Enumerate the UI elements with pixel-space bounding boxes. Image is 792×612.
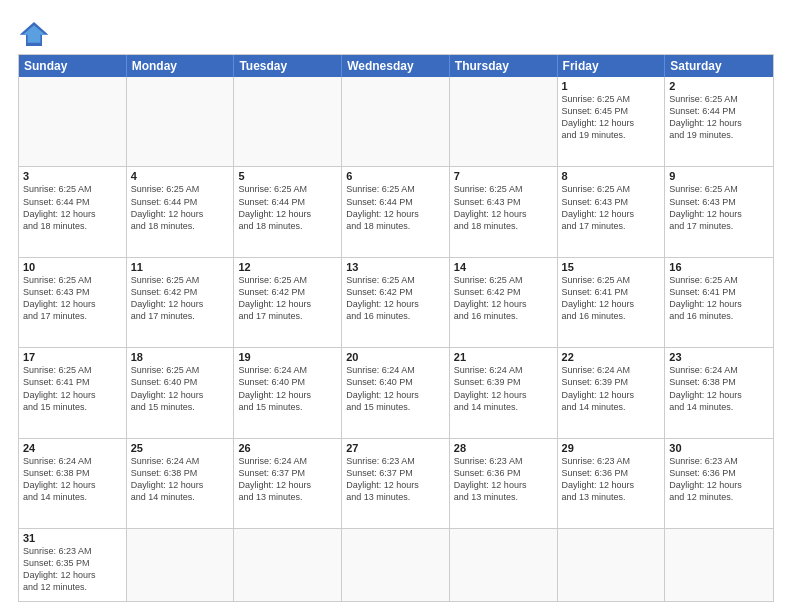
day-cell-20: 20Sunrise: 6:24 AM Sunset: 6:40 PM Dayli… — [342, 348, 450, 437]
day-info: Sunrise: 6:25 AM Sunset: 6:43 PM Dayligh… — [669, 183, 769, 232]
header-cell-saturday: Saturday — [665, 55, 773, 77]
day-cell-7: 7Sunrise: 6:25 AM Sunset: 6:43 PM Daylig… — [450, 167, 558, 256]
day-cell-11: 11Sunrise: 6:25 AM Sunset: 6:42 PM Dayli… — [127, 258, 235, 347]
day-number: 4 — [131, 170, 230, 182]
day-number: 26 — [238, 442, 337, 454]
logo-icon — [18, 20, 50, 48]
day-info: Sunrise: 6:23 AM Sunset: 6:36 PM Dayligh… — [669, 455, 769, 504]
day-cell-21: 21Sunrise: 6:24 AM Sunset: 6:39 PM Dayli… — [450, 348, 558, 437]
day-cell-12: 12Sunrise: 6:25 AM Sunset: 6:42 PM Dayli… — [234, 258, 342, 347]
day-cell-9: 9Sunrise: 6:25 AM Sunset: 6:43 PM Daylig… — [665, 167, 773, 256]
empty-cell-0-3 — [342, 77, 450, 166]
calendar: SundayMondayTuesdayWednesdayThursdayFrid… — [18, 54, 774, 602]
calendar-row-2: 10Sunrise: 6:25 AM Sunset: 6:43 PM Dayli… — [19, 257, 773, 347]
day-info: Sunrise: 6:25 AM Sunset: 6:42 PM Dayligh… — [131, 274, 230, 323]
day-cell-8: 8Sunrise: 6:25 AM Sunset: 6:43 PM Daylig… — [558, 167, 666, 256]
empty-cell-5-1 — [127, 529, 235, 601]
day-number: 6 — [346, 170, 445, 182]
day-number: 15 — [562, 261, 661, 273]
day-number: 11 — [131, 261, 230, 273]
day-number: 17 — [23, 351, 122, 363]
day-info: Sunrise: 6:24 AM Sunset: 6:39 PM Dayligh… — [562, 364, 661, 413]
header-cell-sunday: Sunday — [19, 55, 127, 77]
day-info: Sunrise: 6:25 AM Sunset: 6:44 PM Dayligh… — [131, 183, 230, 232]
day-info: Sunrise: 6:24 AM Sunset: 6:38 PM Dayligh… — [669, 364, 769, 413]
day-cell-27: 27Sunrise: 6:23 AM Sunset: 6:37 PM Dayli… — [342, 439, 450, 528]
day-number: 24 — [23, 442, 122, 454]
day-number: 7 — [454, 170, 553, 182]
day-info: Sunrise: 6:24 AM Sunset: 6:37 PM Dayligh… — [238, 455, 337, 504]
day-info: Sunrise: 6:23 AM Sunset: 6:35 PM Dayligh… — [23, 545, 122, 594]
empty-cell-5-2 — [234, 529, 342, 601]
day-number: 2 — [669, 80, 769, 92]
day-number: 8 — [562, 170, 661, 182]
empty-cell-5-5 — [558, 529, 666, 601]
day-number: 29 — [562, 442, 661, 454]
day-cell-1: 1Sunrise: 6:25 AM Sunset: 6:45 PM Daylig… — [558, 77, 666, 166]
calendar-body: 1Sunrise: 6:25 AM Sunset: 6:45 PM Daylig… — [19, 77, 773, 601]
empty-cell-0-4 — [450, 77, 558, 166]
day-info: Sunrise: 6:25 AM Sunset: 6:42 PM Dayligh… — [238, 274, 337, 323]
day-cell-6: 6Sunrise: 6:25 AM Sunset: 6:44 PM Daylig… — [342, 167, 450, 256]
day-cell-30: 30Sunrise: 6:23 AM Sunset: 6:36 PM Dayli… — [665, 439, 773, 528]
empty-cell-5-6 — [665, 529, 773, 601]
day-info: Sunrise: 6:25 AM Sunset: 6:42 PM Dayligh… — [454, 274, 553, 323]
day-info: Sunrise: 6:25 AM Sunset: 6:44 PM Dayligh… — [23, 183, 122, 232]
day-info: Sunrise: 6:25 AM Sunset: 6:41 PM Dayligh… — [669, 274, 769, 323]
day-number: 23 — [669, 351, 769, 363]
day-info: Sunrise: 6:23 AM Sunset: 6:36 PM Dayligh… — [562, 455, 661, 504]
day-info: Sunrise: 6:25 AM Sunset: 6:44 PM Dayligh… — [238, 183, 337, 232]
day-cell-19: 19Sunrise: 6:24 AM Sunset: 6:40 PM Dayli… — [234, 348, 342, 437]
day-number: 3 — [23, 170, 122, 182]
day-cell-3: 3Sunrise: 6:25 AM Sunset: 6:44 PM Daylig… — [19, 167, 127, 256]
day-info: Sunrise: 6:24 AM Sunset: 6:38 PM Dayligh… — [131, 455, 230, 504]
empty-cell-5-3 — [342, 529, 450, 601]
calendar-row-5: 31Sunrise: 6:23 AM Sunset: 6:35 PM Dayli… — [19, 528, 773, 601]
day-number: 9 — [669, 170, 769, 182]
day-info: Sunrise: 6:25 AM Sunset: 6:41 PM Dayligh… — [23, 364, 122, 413]
day-info: Sunrise: 6:23 AM Sunset: 6:36 PM Dayligh… — [454, 455, 553, 504]
day-number: 5 — [238, 170, 337, 182]
day-number: 18 — [131, 351, 230, 363]
day-cell-28: 28Sunrise: 6:23 AM Sunset: 6:36 PM Dayli… — [450, 439, 558, 528]
day-info: Sunrise: 6:24 AM Sunset: 6:39 PM Dayligh… — [454, 364, 553, 413]
day-number: 28 — [454, 442, 553, 454]
calendar-header: SundayMondayTuesdayWednesdayThursdayFrid… — [19, 55, 773, 77]
day-cell-17: 17Sunrise: 6:25 AM Sunset: 6:41 PM Dayli… — [19, 348, 127, 437]
day-info: Sunrise: 6:25 AM Sunset: 6:41 PM Dayligh… — [562, 274, 661, 323]
day-cell-16: 16Sunrise: 6:25 AM Sunset: 6:41 PM Dayli… — [665, 258, 773, 347]
day-number: 19 — [238, 351, 337, 363]
day-cell-31: 31Sunrise: 6:23 AM Sunset: 6:35 PM Dayli… — [19, 529, 127, 601]
day-cell-2: 2Sunrise: 6:25 AM Sunset: 6:44 PM Daylig… — [665, 77, 773, 166]
day-info: Sunrise: 6:24 AM Sunset: 6:38 PM Dayligh… — [23, 455, 122, 504]
day-number: 25 — [131, 442, 230, 454]
calendar-row-3: 17Sunrise: 6:25 AM Sunset: 6:41 PM Dayli… — [19, 347, 773, 437]
header-cell-thursday: Thursday — [450, 55, 558, 77]
day-info: Sunrise: 6:25 AM Sunset: 6:42 PM Dayligh… — [346, 274, 445, 323]
day-number: 16 — [669, 261, 769, 273]
empty-cell-0-0 — [19, 77, 127, 166]
day-cell-5: 5Sunrise: 6:25 AM Sunset: 6:44 PM Daylig… — [234, 167, 342, 256]
logo — [18, 20, 54, 48]
day-cell-26: 26Sunrise: 6:24 AM Sunset: 6:37 PM Dayli… — [234, 439, 342, 528]
header-cell-tuesday: Tuesday — [234, 55, 342, 77]
day-cell-4: 4Sunrise: 6:25 AM Sunset: 6:44 PM Daylig… — [127, 167, 235, 256]
day-number: 22 — [562, 351, 661, 363]
empty-cell-0-2 — [234, 77, 342, 166]
calendar-row-1: 3Sunrise: 6:25 AM Sunset: 6:44 PM Daylig… — [19, 166, 773, 256]
day-cell-18: 18Sunrise: 6:25 AM Sunset: 6:40 PM Dayli… — [127, 348, 235, 437]
empty-cell-5-4 — [450, 529, 558, 601]
day-number: 13 — [346, 261, 445, 273]
day-cell-15: 15Sunrise: 6:25 AM Sunset: 6:41 PM Dayli… — [558, 258, 666, 347]
empty-cell-0-1 — [127, 77, 235, 166]
day-info: Sunrise: 6:24 AM Sunset: 6:40 PM Dayligh… — [346, 364, 445, 413]
day-info: Sunrise: 6:25 AM Sunset: 6:43 PM Dayligh… — [23, 274, 122, 323]
day-number: 20 — [346, 351, 445, 363]
calendar-row-0: 1Sunrise: 6:25 AM Sunset: 6:45 PM Daylig… — [19, 77, 773, 166]
day-info: Sunrise: 6:25 AM Sunset: 6:43 PM Dayligh… — [454, 183, 553, 232]
day-number: 30 — [669, 442, 769, 454]
day-cell-14: 14Sunrise: 6:25 AM Sunset: 6:42 PM Dayli… — [450, 258, 558, 347]
header-cell-wednesday: Wednesday — [342, 55, 450, 77]
day-number: 14 — [454, 261, 553, 273]
day-info: Sunrise: 6:25 AM Sunset: 6:45 PM Dayligh… — [562, 93, 661, 142]
